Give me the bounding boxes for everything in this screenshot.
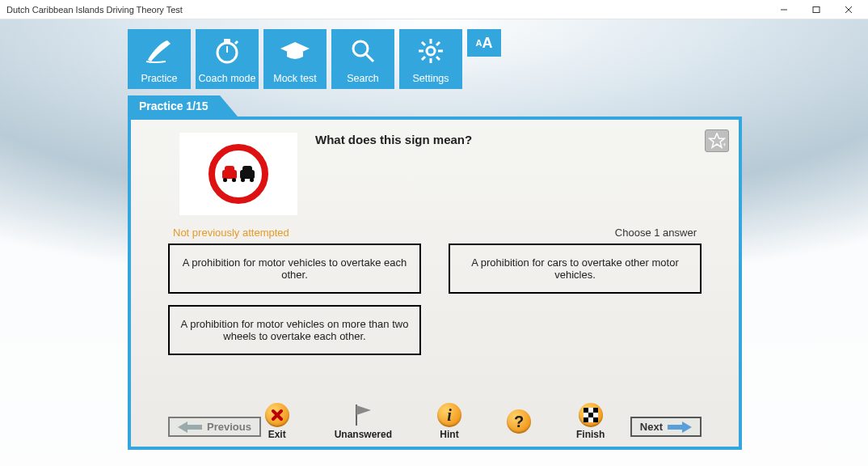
settings-button[interactable]: Settings bbox=[399, 29, 462, 89]
search-label: Search bbox=[347, 73, 379, 84]
text-size-button[interactable]: AA bbox=[467, 29, 501, 57]
coach-mode-button[interactable]: Coach mode bbox=[196, 29, 259, 89]
arrow-right-icon bbox=[668, 422, 692, 433]
question-row: What does this sign mean? bbox=[131, 120, 739, 220]
svg-rect-31 bbox=[584, 417, 588, 422]
answer-option[interactable]: A prohibition for motor vehicles to over… bbox=[168, 244, 421, 294]
pencil-icon bbox=[143, 29, 175, 73]
search-icon bbox=[349, 29, 377, 73]
no-overtaking-sign-icon bbox=[209, 144, 268, 204]
window-title: Dutch Caribbean Islands Driving Theory T… bbox=[3, 5, 768, 15]
svg-rect-28 bbox=[584, 408, 588, 413]
svg-line-17 bbox=[436, 57, 440, 60]
graduation-cap-icon bbox=[279, 29, 311, 73]
svg-rect-32 bbox=[593, 417, 598, 422]
svg-line-18 bbox=[436, 42, 440, 45]
svg-point-9 bbox=[353, 41, 368, 56]
gear-icon bbox=[417, 29, 445, 73]
exit-button[interactable]: Exit bbox=[265, 403, 289, 440]
mock-test-label: Mock test bbox=[273, 73, 317, 84]
window-controls bbox=[768, 1, 865, 19]
svg-line-16 bbox=[422, 42, 425, 45]
previous-button[interactable]: Previous bbox=[168, 417, 261, 437]
svg-marker-33 bbox=[668, 422, 692, 433]
svg-rect-30 bbox=[588, 413, 593, 417]
svg-point-11 bbox=[427, 47, 435, 55]
svg-line-7 bbox=[235, 41, 238, 44]
svg-rect-6 bbox=[224, 39, 230, 42]
svg-rect-1 bbox=[813, 6, 820, 12]
app-background: Practice Coach mode Mock test Search Set… bbox=[0, 19, 868, 466]
practice-label: Practice bbox=[141, 73, 177, 84]
stopwatch-icon bbox=[213, 29, 242, 73]
settings-label: Settings bbox=[412, 73, 449, 84]
svg-line-10 bbox=[366, 54, 373, 61]
choose-instruction: Choose 1 answer bbox=[615, 227, 697, 239]
svg-marker-22 bbox=[178, 422, 202, 433]
exit-icon bbox=[265, 403, 289, 427]
next-label: Next bbox=[640, 421, 663, 433]
exit-label: Exit bbox=[268, 429, 286, 440]
next-button[interactable]: Next bbox=[630, 417, 702, 437]
question-panel: + What does this sign mean? Not previous… bbox=[128, 116, 742, 450]
arrow-left-icon bbox=[178, 422, 202, 433]
mock-test-button[interactable]: Mock test bbox=[263, 29, 327, 89]
window-titlebar: Dutch Caribbean Islands Driving Theory T… bbox=[0, 0, 868, 19]
minimize-button[interactable] bbox=[768, 1, 800, 19]
finish-label: Finish bbox=[576, 429, 605, 440]
hint-label: Hint bbox=[440, 429, 458, 440]
question-footer: Previous Exit Unanswered i Hint ? bbox=[131, 403, 739, 440]
search-button[interactable]: Search bbox=[331, 29, 394, 89]
coach-mode-label: Coach mode bbox=[199, 73, 256, 84]
question-mark-icon: ? bbox=[507, 409, 531, 434]
hint-button[interactable]: i Hint bbox=[437, 403, 461, 440]
previous-label: Previous bbox=[207, 421, 251, 433]
info-icon: i bbox=[437, 403, 461, 427]
flag-icon bbox=[351, 403, 375, 427]
svg-rect-29 bbox=[593, 408, 598, 413]
attempt-status: Not previously attempted bbox=[173, 227, 289, 239]
finish-flag-button[interactable]: Finish bbox=[576, 403, 605, 440]
practice-tab-label: Practice 1/15 bbox=[128, 95, 220, 116]
main-toolbar: Practice Coach mode Mock test Search Set… bbox=[128, 29, 501, 89]
finish-button[interactable]: ? bbox=[507, 409, 531, 434]
checkered-flag-icon bbox=[579, 403, 603, 427]
maximize-button[interactable] bbox=[800, 1, 832, 19]
close-button[interactable] bbox=[832, 1, 865, 19]
unanswered-label: Unanswered bbox=[335, 429, 392, 440]
answer-option[interactable]: A prohibition for cars to overtake other… bbox=[449, 244, 702, 294]
tab-slant bbox=[220, 95, 238, 116]
svg-marker-26 bbox=[356, 405, 371, 415]
question-meta: Not previously attempted Choose 1 answer bbox=[131, 220, 739, 242]
section-tab: Practice 1/15 bbox=[128, 95, 238, 116]
practice-button[interactable]: Practice bbox=[128, 29, 191, 89]
svg-line-19 bbox=[422, 57, 425, 60]
sign-image bbox=[179, 133, 297, 215]
unanswered-button[interactable]: Unanswered bbox=[335, 403, 392, 440]
answer-option[interactable]: A prohibition for motor vehicles on more… bbox=[168, 305, 421, 355]
answer-grid: A prohibition for motor vehicles to over… bbox=[131, 242, 739, 355]
question-text: What does this sign mean? bbox=[315, 133, 472, 215]
